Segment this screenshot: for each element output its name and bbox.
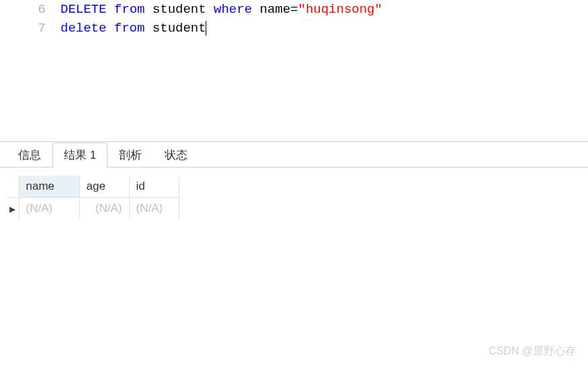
tab-0[interactable]: 信息 <box>7 143 52 168</box>
code-content[interactable]: delete from student <box>60 21 206 36</box>
text-cursor <box>206 21 206 36</box>
sql-editor[interactable]: 6DELETE from student where name="huqinso… <box>0 0 588 141</box>
tab-3[interactable]: 状态 <box>153 143 199 168</box>
code-content[interactable]: DELETE from student where name="huqinson… <box>60 2 382 17</box>
cell-name[interactable]: (N/A) <box>19 198 79 220</box>
token-ident: name <box>252 2 290 17</box>
line-number: 6 <box>0 2 60 17</box>
row-marker-icon: ▶ <box>9 205 15 214</box>
token-str: "huqinsong" <box>298 2 382 17</box>
results-table[interactable]: nameageid ▶(N/A)(N/A)(N/A) <box>7 176 179 219</box>
token-ident: student <box>144 21 206 36</box>
token-ident: student <box>144 2 214 17</box>
table-row[interactable]: ▶(N/A)(N/A)(N/A) <box>7 198 179 220</box>
tab-2[interactable]: 剖析 <box>108 143 153 168</box>
token-kw: where <box>214 2 252 17</box>
token-kw: from <box>114 2 145 17</box>
cell-age[interactable]: (N/A) <box>79 198 129 220</box>
results-pane: nameageid ▶(N/A)(N/A)(N/A) <box>0 168 588 227</box>
token-ident <box>106 2 114 17</box>
column-header-name[interactable]: name <box>19 176 79 198</box>
line-number: 7 <box>0 21 60 36</box>
column-header-age[interactable]: age <box>79 176 129 198</box>
column-header-id[interactable]: id <box>129 176 179 198</box>
token-ident: = <box>290 2 298 17</box>
tab-1[interactable]: 结果 1 <box>52 143 108 168</box>
token-kw: DELETE <box>60 2 106 17</box>
row-marker-header <box>7 176 19 198</box>
watermark: CSDN @原野心存 <box>489 344 576 359</box>
results-tabs: 信息结果 1剖析状态 <box>0 142 588 168</box>
code-line[interactable]: 7delete from student <box>0 19 588 38</box>
code-line[interactable]: 6DELETE from student where name="huqinso… <box>0 0 588 19</box>
token-kw: delete from <box>60 21 144 36</box>
cell-id[interactable]: (N/A) <box>129 198 179 220</box>
row-marker: ▶ <box>7 198 19 220</box>
